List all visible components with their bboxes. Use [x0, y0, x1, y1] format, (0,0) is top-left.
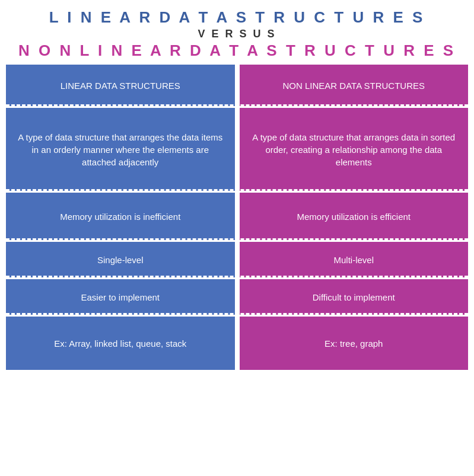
desc-cell-left: A type of data structure that arranges t… — [6, 108, 235, 191]
example-row: Ex: Array, linked list, queue, stack Ex:… — [6, 317, 468, 370]
header-row: LINEAR DATA STRUCTURES NON LINEAR DATA S… — [6, 65, 468, 106]
mem-cell-left: Memory utilization is inefficient — [6, 193, 235, 240]
impl-cell-left: Easier to implement — [6, 279, 235, 315]
ex-cell-right: Ex: tree, graph — [237, 317, 469, 370]
desc-cell-right: A type of data structure that arranges d… — [237, 108, 469, 191]
impl-cell-right: Difficult to implement — [237, 279, 469, 315]
level-row: Single-level Multi-level — [6, 242, 468, 277]
memory-row: Memory utilization is inefficient Memory… — [6, 193, 468, 240]
implementation-row: Easier to implement Difficult to impleme… — [6, 279, 468, 315]
ex-cell-left: Ex: Array, linked list, queue, stack — [6, 317, 235, 370]
title-versus: V E R S U S — [198, 28, 276, 40]
header-cell-right: NON LINEAR DATA STRUCTURES — [237, 65, 469, 106]
title-nonlinear: N O N L I N E A R D A T A S T R U C T U … — [18, 41, 456, 60]
level-cell-left: Single-level — [6, 242, 235, 277]
description-row: A type of data structure that arranges t… — [6, 108, 468, 191]
title-linear: L I N E A R D A T A S T R U C T U R E S — [49, 8, 425, 27]
header-cell-left: LINEAR DATA STRUCTURES — [6, 65, 235, 106]
page: L I N E A R D A T A S T R U C T U R E S … — [0, 0, 474, 476]
mem-cell-right: Memory utilization is efficient — [237, 193, 469, 240]
comparison-table: LINEAR DATA STRUCTURES NON LINEAR DATA S… — [6, 65, 468, 472]
level-cell-right: Multi-level — [237, 242, 469, 277]
